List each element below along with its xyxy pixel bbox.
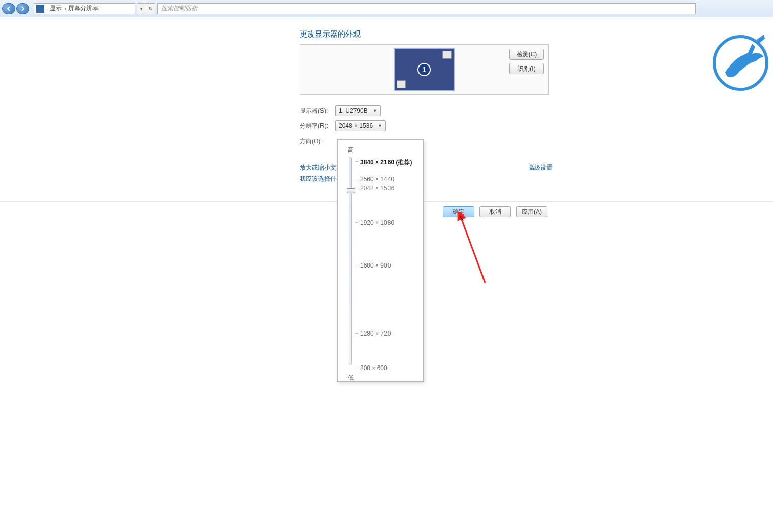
breadcrumb[interactable]: · 显示 › 屏幕分辨率 <box>34 3 135 14</box>
monitor-thumbnail-icon <box>442 51 452 59</box>
display-select-value: 1. U2790B <box>339 107 368 114</box>
display-select[interactable]: 1. U2790B ▼ <box>335 105 381 116</box>
breadcrumb-item-display[interactable]: 显示 <box>50 4 62 13</box>
slider-high-label: 高 <box>348 146 419 154</box>
apply-button[interactable]: 应用(A) <box>516 206 547 217</box>
breadcrumb-separator: › <box>64 5 66 12</box>
resolution-select[interactable]: 2048 × 1536 ▼ <box>335 120 386 131</box>
resolution-option[interactable]: 2560 × 1440 <box>360 176 394 183</box>
monitor-arrangement-panel[interactable]: 1 检测(C) 识别(I) <box>300 44 549 95</box>
cancel-button[interactable]: 取消 <box>479 206 511 217</box>
page-title: 更改显示器的外观 <box>300 29 773 39</box>
orientation-label: 方向(O): <box>300 137 335 146</box>
breadcrumb-dropdown-button[interactable]: ▾ <box>137 3 146 14</box>
breadcrumb-item-resolution[interactable]: 屏幕分辨率 <box>68 4 99 13</box>
breadcrumb-refresh-button[interactable]: ↻ <box>146 3 155 14</box>
resolution-option[interactable]: 1920 × 1080 <box>360 219 394 226</box>
advanced-settings-link[interactable]: 高级设置 <box>528 163 553 172</box>
resolution-slider-popup: 高 3840 × 2160 (推荐)2560 × 14402048 × 1536… <box>337 139 424 382</box>
resolution-option[interactable]: 800 × 600 <box>360 364 388 372</box>
monitor-number-badge: 1 <box>417 63 431 76</box>
resolution-option[interactable]: 1600 × 900 <box>360 262 391 269</box>
svg-line-0 <box>461 217 485 283</box>
nav-forward-button[interactable] <box>16 3 29 14</box>
resolution-slider-thumb[interactable] <box>347 188 355 193</box>
display-label: 显示器(S): <box>300 107 335 115</box>
breadcrumb-separator: · <box>46 5 48 12</box>
control-panel-icon <box>36 5 44 13</box>
identify-button[interactable]: 识别(I) <box>509 63 544 74</box>
slider-low-label: 低 <box>348 374 419 382</box>
resolution-select-value: 2048 × 1536 <box>339 122 373 129</box>
address-bar: · 显示 › 屏幕分辨率 ▾ ↻ 搜索控制面板 <box>0 0 773 17</box>
resolution-option[interactable]: 2048 × 1536 <box>360 185 394 192</box>
cursor-icon: ↖ <box>459 214 465 222</box>
chevron-down-icon: ▼ <box>378 123 382 128</box>
nav-back-button[interactable] <box>2 3 15 14</box>
search-placeholder: 搜索控制面板 <box>161 4 198 13</box>
search-input[interactable]: 搜索控制面板 <box>157 3 696 14</box>
annotation-arrow <box>455 212 495 288</box>
monitor-thumbnail-icon <box>397 80 406 88</box>
resolution-label: 分辨率(R): <box>300 122 335 130</box>
chevron-down-icon: ▼ <box>373 108 377 113</box>
resolution-slider-track[interactable] <box>349 157 352 365</box>
resolution-option[interactable]: 1280 × 720 <box>360 330 391 337</box>
resolution-option[interactable]: 3840 × 2160 (推荐) <box>360 158 412 167</box>
detect-button[interactable]: 检测(C) <box>509 49 544 60</box>
watermark-knight-icon <box>710 32 771 93</box>
monitor-preview[interactable]: 1 <box>394 48 455 91</box>
